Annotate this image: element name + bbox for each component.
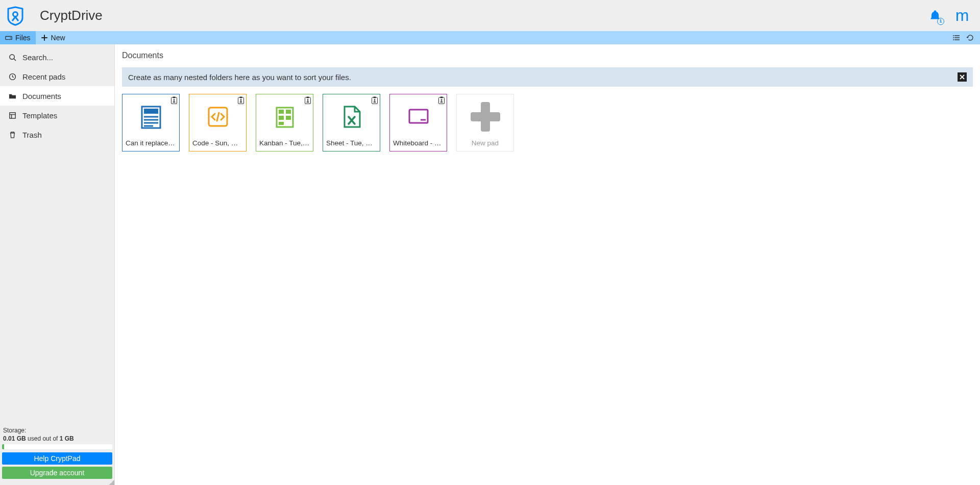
sidebar-list: Search... Recent pads Documents Template… <box>0 44 114 425</box>
new-button-label: New <box>51 34 65 42</box>
templates-icon <box>8 111 16 119</box>
new-button[interactable]: New <box>36 31 70 44</box>
sidebar-item-label: Templates <box>22 111 57 120</box>
svg-rect-19 <box>240 97 242 98</box>
breadcrumb: Documents <box>115 44 980 65</box>
history-icon <box>966 34 974 42</box>
sidebar-item-search[interactable]: Search... <box>0 47 114 67</box>
svg-rect-28 <box>279 116 284 120</box>
help-button[interactable]: Help CryptPad <box>2 452 112 465</box>
svg-point-2 <box>10 38 11 39</box>
storage-bar <box>2 444 112 449</box>
user-menu[interactable]: m <box>953 7 971 24</box>
kanban-icon <box>272 94 298 136</box>
file-tile-sheet[interactable]: Sheet - Tue, September… <box>323 94 380 151</box>
file-name: Code - Sun, October… <box>189 136 246 151</box>
svg-point-24 <box>307 99 309 101</box>
storage-panel: Storage: 0.01 GB used out of 1 GB Help C… <box>0 425 114 485</box>
clock-icon <box>8 72 16 81</box>
owner-badge-icon <box>305 96 311 104</box>
owner-badge-icon <box>238 96 244 104</box>
new-pad-label: New pad <box>457 136 513 151</box>
close-icon <box>960 74 965 80</box>
logo[interactable]: CryptDrive <box>5 6 103 26</box>
whiteboard-icon <box>405 94 432 136</box>
svg-rect-32 <box>374 97 376 98</box>
storage-used: 0.01 GB <box>3 435 26 442</box>
sidebar-item-label: Recent pads <box>22 72 65 81</box>
file-tile-kanban[interactable]: Kanban - Tue, November… <box>256 94 313 151</box>
svg-point-6 <box>9 54 14 59</box>
svg-rect-13 <box>144 109 158 114</box>
file-grid: Can it replace Google DocsCode - Sun, Oc… <box>115 94 980 162</box>
svg-rect-29 <box>286 116 291 120</box>
sidebar-item-documents[interactable]: Documents <box>0 86 114 106</box>
svg-point-20 <box>240 99 242 101</box>
file-name: Sheet - Tue, September… <box>323 136 380 151</box>
svg-rect-35 <box>440 97 443 98</box>
list-icon <box>953 34 961 42</box>
owner-badge-icon <box>438 96 445 104</box>
file-name: Kanban - Tue, November… <box>256 136 313 151</box>
storage-total: 1 GB <box>60 435 74 442</box>
sidebar-item-label: Trash <box>22 131 42 139</box>
svg-point-4 <box>953 37 954 38</box>
list-view-button[interactable] <box>952 33 962 42</box>
file-tile-whiteboard[interactable]: Whiteboard - Tue, … <box>389 94 447 151</box>
storage-fill <box>2 444 4 449</box>
storage-label: Storage: <box>2 427 112 434</box>
file-name: Can it replace Google Docs <box>122 136 179 151</box>
history-button[interactable] <box>966 33 975 42</box>
hint-close-button[interactable] <box>958 72 967 82</box>
hint-text: Create as many nested folders here as yo… <box>128 73 351 82</box>
svg-rect-8 <box>9 112 15 118</box>
owner-badge-icon <box>372 96 378 104</box>
files-tab[interactable]: Files <box>0 31 36 44</box>
svg-rect-30 <box>279 122 284 125</box>
trash-icon <box>8 131 16 139</box>
svg-point-33 <box>374 99 376 101</box>
search-icon <box>8 53 16 61</box>
svg-point-5 <box>953 39 954 40</box>
pad-icon <box>138 94 164 136</box>
code-icon <box>205 94 231 136</box>
notifications-button[interactable]: 1 <box>927 8 943 24</box>
main-area: Documents Create as many nested folders … <box>115 44 980 485</box>
hint-bar: Create as many nested folders here as yo… <box>122 67 973 87</box>
file-tile-code[interactable]: Code - Sun, October… <box>189 94 247 151</box>
svg-point-36 <box>441 99 443 101</box>
toolbar: Files New <box>0 31 980 44</box>
svg-rect-27 <box>286 110 291 114</box>
sidebar-item-label: Search... <box>22 53 53 62</box>
app-title: CryptDrive <box>40 8 103 23</box>
file-tile-pad[interactable]: Can it replace Google Docs <box>122 94 180 151</box>
sidebar-item-trash[interactable]: Trash <box>0 125 114 144</box>
notification-count-badge: 1 <box>937 18 944 25</box>
storage-usage: 0.01 GB used out of 1 GB <box>2 434 112 444</box>
avatar-letter: m <box>955 6 969 25</box>
hdd-icon <box>5 34 12 41</box>
sidebar-item-label: Documents <box>22 92 61 100</box>
svg-rect-37 <box>409 110 428 123</box>
files-tab-label: Files <box>15 34 31 42</box>
sidebar-item-templates[interactable]: Templates <box>0 106 114 125</box>
file-name: Whiteboard - Tue, … <box>390 136 447 151</box>
upgrade-button[interactable]: Upgrade account <box>2 467 112 479</box>
sidebar: Search... Recent pads Documents Template… <box>0 44 115 485</box>
new-pad-tile[interactable]: New pad <box>456 94 514 151</box>
plus-icon <box>471 94 500 136</box>
plus-icon <box>41 34 48 41</box>
sidebar-resizer[interactable] <box>112 44 114 485</box>
cryptpad-logo-icon <box>5 6 26 26</box>
folder-icon <box>8 92 16 100</box>
svg-rect-26 <box>279 110 284 114</box>
top-bar: CryptDrive 1 m <box>0 0 980 31</box>
sheet-icon <box>338 94 365 136</box>
svg-point-11 <box>174 99 175 101</box>
svg-point-3 <box>953 35 954 36</box>
sidebar-item-recent[interactable]: Recent pads <box>0 67 114 86</box>
storage-joiner: used out of <box>26 435 60 442</box>
owner-badge-icon <box>171 96 177 104</box>
svg-rect-10 <box>173 97 176 98</box>
svg-rect-23 <box>307 97 309 98</box>
